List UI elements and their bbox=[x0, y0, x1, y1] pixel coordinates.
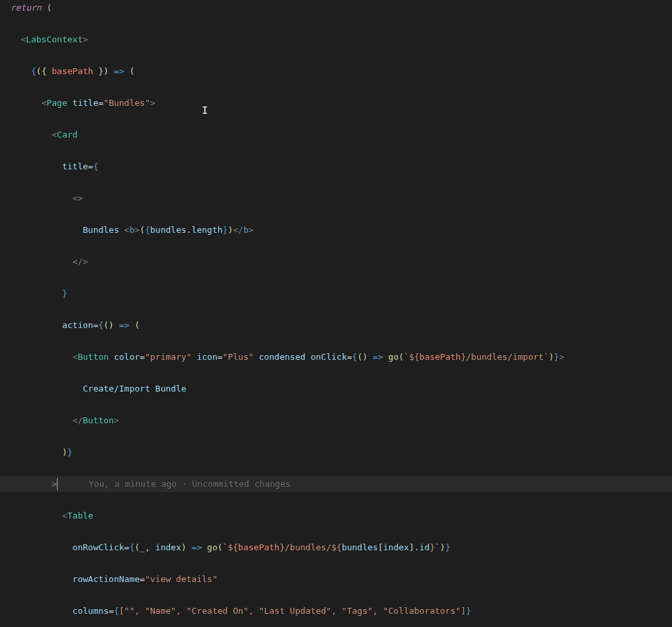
code-line[interactable]: </Button> bbox=[0, 413, 672, 429]
code-line-active[interactable]: > You, a minute ago · Uncommitted change… bbox=[0, 476, 672, 492]
code-line[interactable]: <Button color="primary" icon="Plus" cond… bbox=[0, 349, 672, 365]
text-caret bbox=[57, 478, 58, 490]
code-line[interactable]: <Table bbox=[0, 508, 672, 524]
code-line[interactable]: Bundles <b>({bundles.length})</b> bbox=[0, 222, 672, 238]
code-line[interactable]: Create/Import Bundle bbox=[0, 381, 672, 397]
code-line[interactable]: columns={["", "Name", "Created On", "Las… bbox=[0, 603, 672, 619]
code-line[interactable]: <> bbox=[0, 190, 672, 206]
code-line[interactable]: rowActionName="view details" bbox=[0, 571, 672, 587]
code-line[interactable]: } bbox=[0, 286, 672, 302]
code-line[interactable]: )} bbox=[0, 444, 672, 460]
code-line[interactable]: title={ bbox=[0, 159, 672, 175]
code-line[interactable]: {({ basePath }) => ( bbox=[0, 63, 672, 79]
code-editor[interactable]: return ( <LabsContext> {({ basePath }) =… bbox=[0, 0, 672, 627]
code-line[interactable]: <Page title="Bundles"> bbox=[0, 95, 672, 111]
git-blame-annotation: You, a minute ago · Uncommitted changes bbox=[89, 479, 290, 489]
code-line[interactable]: action={() => ( bbox=[0, 317, 672, 333]
code-line[interactable]: <LabsContext> bbox=[0, 32, 672, 48]
code-line[interactable]: </> bbox=[0, 254, 672, 270]
code-line[interactable]: <Card bbox=[0, 127, 672, 143]
code-line[interactable]: return ( bbox=[0, 0, 672, 16]
code-line[interactable]: onRowClick={(_, index) => go(`${basePath… bbox=[0, 540, 672, 556]
